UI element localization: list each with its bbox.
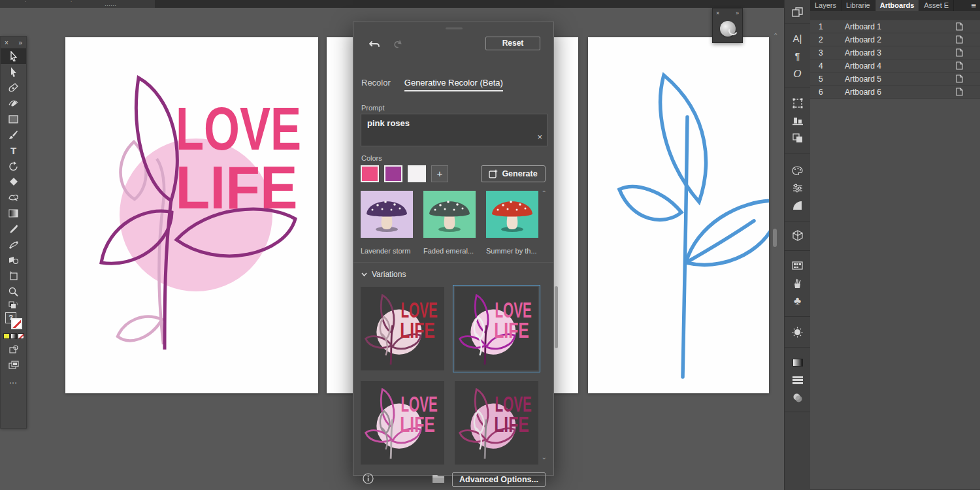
preset-faded-emerald[interactable]: Faded emeral... bbox=[423, 191, 476, 255]
artboard-doc-icon[interactable] bbox=[956, 48, 963, 59]
gradient-panel-icon[interactable] bbox=[785, 197, 811, 214]
color-swatch-white[interactable] bbox=[408, 165, 426, 182]
undo-icon[interactable] bbox=[369, 39, 381, 52]
mushroom-thumbnail bbox=[486, 191, 538, 238]
pathfinder-panel-icon[interactable] bbox=[785, 129, 811, 147]
none-button[interactable] bbox=[18, 333, 24, 339]
color-guide-panel-icon[interactable] bbox=[785, 179, 811, 197]
gradient-button[interactable] bbox=[10, 333, 17, 339]
screen-mode-button[interactable] bbox=[1, 357, 26, 372]
preset-lavender-storm[interactable]: Lavender storm bbox=[361, 191, 413, 255]
zoom-tool[interactable] bbox=[1, 284, 26, 299]
artboard-doc-icon[interactable] bbox=[956, 61, 963, 72]
dialog-drag-handle[interactable] bbox=[446, 27, 463, 29]
stroke-panel-icon[interactable] bbox=[785, 371, 811, 389]
artboard-row[interactable]: 2 Artboard 2 bbox=[810, 33, 980, 46]
clear-prompt-icon[interactable]: × bbox=[537, 132, 542, 142]
transform-panel-icon[interactable] bbox=[785, 94, 811, 112]
color-button[interactable] bbox=[3, 333, 10, 339]
3d-panel-icon[interactable] bbox=[785, 227, 811, 244]
fill-stroke-indicator[interactable]: ? bbox=[1, 311, 26, 333]
redo-icon[interactable] bbox=[393, 39, 402, 52]
eraser-tool[interactable] bbox=[1, 174, 26, 189]
paragraph-panel-icon[interactable]: ¶ bbox=[785, 47, 811, 65]
color-swatch-purple[interactable] bbox=[384, 165, 402, 182]
tab-asset-export[interactable]: Asset E bbox=[919, 0, 954, 11]
more-tools-button[interactable]: … bbox=[1, 372, 26, 388]
artboard-row[interactable]: 4 Artboard 4 bbox=[810, 59, 980, 73]
transparency-panel-icon[interactable] bbox=[785, 389, 811, 406]
variation-1[interactable] bbox=[361, 287, 444, 370]
artboard-doc-icon[interactable] bbox=[956, 35, 963, 46]
shape-builder-tool[interactable] bbox=[1, 189, 26, 205]
rotate-tool[interactable] bbox=[1, 158, 26, 174]
gradient-tool[interactable] bbox=[1, 205, 26, 221]
selection-tool[interactable] bbox=[1, 48, 26, 64]
color-panel-icon[interactable] bbox=[785, 161, 811, 179]
tab-libraries[interactable]: Librarie bbox=[841, 0, 875, 11]
tab-generative-recolor[interactable]: Generative Recolor (Beta) bbox=[404, 78, 503, 91]
panel-dock: A| ¶ O ♣ bbox=[784, 0, 810, 490]
prompt-input[interactable]: pink roses × bbox=[361, 114, 547, 146]
artboard-row[interactable]: 5 Artboard 5 bbox=[810, 73, 980, 86]
symbol-sprayer-tool[interactable] bbox=[1, 252, 26, 268]
direct-selection-tool[interactable] bbox=[1, 64, 26, 80]
rotate-view-tool[interactable] bbox=[720, 21, 736, 37]
generate-button[interactable]: Generate bbox=[481, 165, 546, 182]
stroke-swatch-none[interactable] bbox=[11, 318, 22, 329]
swap-fill-stroke[interactable] bbox=[1, 299, 26, 311]
swatches-panel-icon[interactable] bbox=[785, 257, 811, 274]
tab-artboards[interactable]: Artboards bbox=[875, 0, 920, 11]
color-swatch-pink[interactable] bbox=[361, 165, 379, 182]
panel-menu-icon[interactable]: ≡ bbox=[971, 1, 976, 10]
artboard-1[interactable]: LOVE LIFE bbox=[65, 37, 318, 393]
symbols-panel-icon[interactable]: ♣ bbox=[785, 292, 811, 310]
advanced-options-button[interactable]: Advanced Options... bbox=[452, 472, 546, 487]
variation-3[interactable] bbox=[361, 381, 444, 465]
variations-collapse-chevron-icon[interactable] bbox=[361, 272, 367, 276]
preset-summer[interactable]: Summer by th... bbox=[486, 191, 538, 255]
paintbrush-tool[interactable] bbox=[1, 127, 26, 142]
panel-close-icon[interactable]: × bbox=[716, 10, 719, 16]
artboard-doc-icon[interactable] bbox=[956, 22, 963, 33]
artboard-3[interactable] bbox=[588, 37, 769, 393]
generate-icon bbox=[489, 169, 498, 178]
tab-recolor[interactable]: Recolor bbox=[361, 78, 391, 91]
artboard-tool[interactable] bbox=[1, 268, 26, 284]
brushes-panel-icon[interactable] bbox=[785, 274, 811, 292]
opentype-panel-icon[interactable]: O bbox=[785, 65, 811, 82]
artboard-row[interactable]: 1 Artboard 1 bbox=[810, 20, 980, 33]
variation-4[interactable] bbox=[455, 381, 538, 465]
presets-scroll-up-chevron[interactable]: ⌃ bbox=[542, 189, 547, 197]
type-tool[interactable]: T bbox=[1, 142, 26, 158]
artboards-panel-icon[interactable] bbox=[785, 3, 811, 21]
folder-icon[interactable] bbox=[432, 474, 445, 486]
artboard-doc-icon[interactable] bbox=[956, 74, 963, 85]
scroll-up-chevron[interactable]: ⌃ bbox=[773, 32, 778, 39]
tab-layers[interactable]: Layers bbox=[810, 0, 841, 11]
tools-close-icon[interactable]: × bbox=[5, 39, 8, 46]
draw-mode-button[interactable] bbox=[1, 341, 26, 357]
rectangle-tool[interactable] bbox=[1, 111, 26, 127]
appearance-panel-icon[interactable] bbox=[785, 323, 811, 341]
curvature-tool[interactable] bbox=[1, 95, 26, 111]
align-panel-icon[interactable] bbox=[785, 112, 811, 129]
canvas-scrollbar-thumb[interactable] bbox=[773, 229, 777, 247]
blend-tool[interactable] bbox=[1, 237, 26, 252]
artboard-row[interactable]: 3 Artboard 3 bbox=[810, 46, 980, 59]
tools-expand-icon[interactable]: » bbox=[18, 39, 22, 46]
artboard-doc-icon[interactable] bbox=[956, 88, 963, 98]
variation-2-selected[interactable] bbox=[455, 287, 538, 370]
panel-expand-icon[interactable]: » bbox=[736, 10, 739, 16]
add-color-button[interactable]: + bbox=[431, 165, 448, 182]
character-panel-icon[interactable]: A| bbox=[785, 29, 811, 47]
pen-tool[interactable] bbox=[1, 80, 26, 95]
eyedropper-tool[interactable] bbox=[1, 221, 26, 237]
artboard-row[interactable]: 6 Artboard 6 bbox=[810, 86, 980, 99]
variation-artwork bbox=[455, 381, 538, 465]
reset-button[interactable]: Reset bbox=[485, 37, 540, 50]
gradient-annotator-icon[interactable] bbox=[785, 353, 811, 371]
variations-scroll-down-chevron[interactable]: ⌄ bbox=[542, 453, 547, 461]
dialog-scrollbar-thumb[interactable] bbox=[555, 286, 558, 348]
info-icon[interactable] bbox=[363, 473, 374, 487]
